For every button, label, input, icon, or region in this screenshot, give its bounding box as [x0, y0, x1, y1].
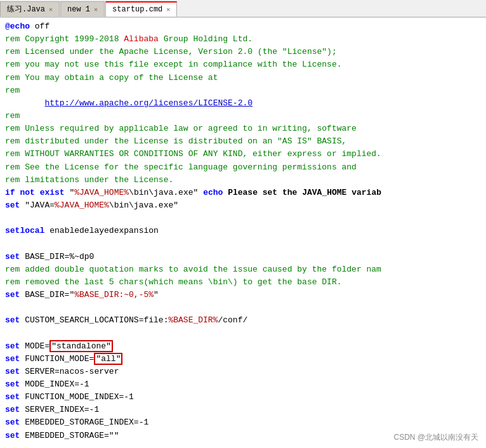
tab-java[interactable]: 练习.Java ✕ — [0, 1, 60, 16]
line-4: rem you may not use this file except in … — [5, 58, 481, 71]
line-10: rem distributed under the License is dis… — [5, 135, 481, 148]
line-28: set SERVER=nacos-server — [5, 366, 481, 378]
line-1: @echo off — [5, 20, 481, 33]
line-3: rem Licensed under the Apache License, V… — [5, 46, 481, 58]
tab-new1[interactable]: new 1 ✕ — [60, 1, 105, 16]
line-29: set MODE_INDEX=-1 — [5, 378, 481, 391]
watermark: CSDN @北城以南没有天 — [393, 432, 478, 443]
line-7: http://www.apache.org/licenses/LICENSE-2… — [5, 97, 481, 110]
line-22: set BASE_DIR="%BASE_DIR:~0,-5%" — [5, 289, 481, 301]
line-32: set EMBEDDED_STORAGE_INDEX=-1 — [5, 416, 481, 429]
line-8: rem — [5, 110, 481, 122]
line-19: set BASE_DIR=%~dp0 — [5, 251, 481, 263]
line-26: set MODE="standalone" — [5, 340, 481, 353]
line-6: rem — [5, 84, 481, 97]
tab-bar: 练习.Java ✕ new 1 ✕ startup.cmd ✕ — [0, 0, 486, 18]
tab-new1-label: new 1 — [67, 5, 90, 14]
line-21: rem removed the last 5 chars(which means… — [5, 276, 481, 289]
tab-java-close[interactable]: ✕ — [49, 6, 53, 13]
line-12: rem See the License for the specific lan… — [5, 161, 481, 174]
line-14: if not exist "%JAVA_HOME%\bin\java.exe" … — [5, 187, 481, 199]
line-30: set FUNCTION_MODE_INDEX=-1 — [5, 391, 481, 404]
line-2: rem Copyright 1999-2018 Alibaba Group Ho… — [5, 33, 481, 46]
line-11: rem WITHOUT WARRANTIES OR CONDITIONS OF … — [5, 148, 481, 161]
tab-new1-close[interactable]: ✕ — [94, 6, 98, 13]
line-31: set SERVER_INDEX=-1 — [5, 404, 481, 416]
line-16 — [5, 212, 481, 225]
line-5: rem You may obtain a copy of the License… — [5, 72, 481, 84]
tab-startup-close[interactable]: ✕ — [166, 6, 170, 13]
line-18 — [5, 237, 481, 250]
line-20: rem added double quotation marks to avoi… — [5, 263, 481, 276]
line-15: set "JAVA=%JAVA_HOME%\bin\java.exe" — [5, 199, 481, 212]
line-17: setlocal enabledelayedexpansion — [5, 225, 481, 237]
line-27: set FUNCTION_MODE="all" — [5, 353, 481, 366]
tab-java-label: 练习.Java — [7, 4, 45, 15]
line-9: rem Unless required by applicable law or… — [5, 122, 481, 135]
tab-startup[interactable]: startup.cmd ✕ — [105, 1, 177, 16]
tab-startup-label: startup.cmd — [112, 5, 162, 14]
line-13: rem limitations under the License. — [5, 174, 481, 187]
line-25 — [5, 327, 481, 339]
line-23 — [5, 301, 481, 314]
line-24: set CUSTOM_SEARCH_LOCATIONS=file:%BASE_D… — [5, 314, 481, 327]
code-content: @echo off rem Copyright 1999-2018 Alibab… — [0, 18, 486, 448]
